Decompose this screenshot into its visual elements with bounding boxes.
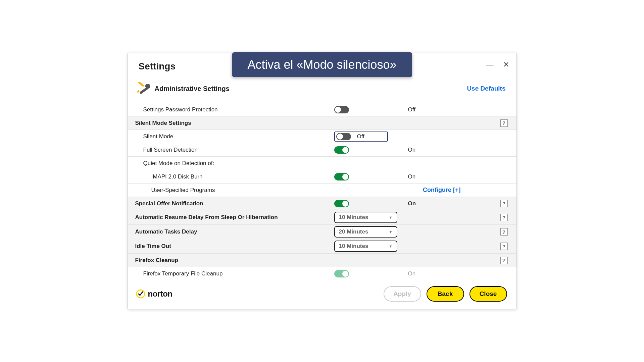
help-icon[interactable]: ? [500, 257, 508, 264]
row-password-protection: Settings Password Protection Off [128, 103, 516, 116]
help-icon[interactable]: ? [500, 243, 508, 250]
row-special-offer: Special Offer Notification On ? [128, 197, 516, 210]
row-idle-timeout: Idle Time Out 10 Minutes ▼ ? [128, 239, 516, 253]
select-idle-timeout-value: 10 Minutes [339, 243, 368, 250]
toggle-imapi[interactable] [334, 173, 349, 180]
brand-text: norton [148, 289, 172, 299]
chevron-down-icon: ▼ [389, 215, 393, 219]
select-auto-tasks[interactable]: 20 Minutes ▼ [334, 226, 397, 238]
label-silent-mode: Silent Mode [128, 133, 334, 140]
select-auto-resume-value: 10 Minutes [339, 214, 368, 221]
section-title: Administrative Settings [155, 85, 230, 93]
toggle-password-protection[interactable] [334, 106, 349, 113]
help-icon[interactable]: ? [500, 228, 508, 236]
label-quiet-mode: Quiet Mode on Detection of: [128, 160, 334, 167]
group-silent-mode: Silent Mode Settings ? [128, 116, 516, 130]
silent-mode-highlight: Off [334, 132, 388, 142]
close-button[interactable]: Close [469, 286, 507, 302]
chevron-down-icon: ▼ [389, 230, 393, 234]
svg-rect-1 [138, 82, 144, 87]
help-icon[interactable]: ? [500, 119, 508, 127]
row-auto-resume: Automatic Resume Delay From Sleep Or Hib… [128, 210, 516, 224]
row-full-screen-detection: Full Screen Detection On [128, 143, 516, 156]
footer: norton Apply Back Close [128, 280, 516, 306]
state-imapi: On [408, 173, 435, 180]
label-special-offer: Special Offer Notification [128, 200, 334, 207]
select-auto-resume[interactable]: 10 Minutes ▼ [334, 212, 397, 223]
label-imapi: IMAPI 2.0 Disk Burn [128, 173, 334, 180]
label-firefox-cleanup: Firefox Cleanup [128, 257, 334, 264]
page-title: Settings [139, 61, 176, 72]
minimize-icon[interactable]: — [486, 61, 494, 68]
label-auto-resume: Automatic Resume Delay From Sleep Or Hib… [128, 214, 334, 221]
brand: norton [136, 289, 172, 299]
label-user-programs: User-Specified Programs [128, 187, 334, 194]
state-firefox-temp: On [408, 270, 435, 277]
toggle-special-offer[interactable] [334, 200, 349, 207]
state-password-protection: Off [408, 106, 435, 113]
label-full-screen: Full Screen Detection [128, 147, 334, 153]
row-user-programs: User-Specified Programs Configure [+] [128, 183, 516, 197]
group-firefox-cleanup: Firefox Cleanup ? [128, 253, 516, 267]
back-button[interactable]: Back [427, 286, 464, 302]
select-auto-tasks-value: 20 Minutes [339, 228, 368, 235]
chevron-down-icon: ▼ [389, 244, 393, 248]
help-icon[interactable]: ? [500, 200, 508, 207]
row-firefox-temp: Firefox Temporary File Cleanup On [128, 267, 516, 280]
label-silent-mode-group: Silent Mode Settings [128, 120, 334, 126]
row-imapi: IMAPI 2.0 Disk Burn On [128, 170, 516, 183]
state-full-screen: On [408, 147, 435, 153]
settings-list: Settings Password Protection Off Silent … [128, 103, 516, 280]
state-special-offer: On [408, 200, 435, 207]
configure-link[interactable]: Configure [+] [423, 187, 498, 194]
toggle-full-screen[interactable] [334, 146, 349, 154]
select-idle-timeout[interactable]: 10 Minutes ▼ [334, 241, 397, 252]
settings-wrench-icon [135, 81, 153, 96]
svg-marker-2 [137, 90, 140, 93]
apply-button: Apply [384, 286, 421, 302]
toggle-silent-mode[interactable] [336, 133, 351, 140]
use-defaults-link[interactable]: Use Defaults [467, 85, 505, 92]
settings-window: Activa el «Modo silencioso» Settings — ✕… [128, 53, 517, 309]
label-firefox-temp: Firefox Temporary File Cleanup [128, 270, 334, 277]
state-silent-mode: Off [357, 133, 384, 140]
norton-check-icon [136, 289, 145, 299]
label-idle-timeout: Idle Time Out [128, 243, 334, 250]
instruction-callout: Activa el «Modo silencioso» [232, 52, 412, 77]
section-header: Administrative Settings Use Defaults [128, 76, 516, 103]
label-auto-tasks: Automatic Tasks Delay [128, 228, 334, 235]
close-icon[interactable]: ✕ [503, 61, 509, 68]
row-auto-tasks: Automatic Tasks Delay 20 Minutes ▼ ? [128, 224, 516, 239]
row-quiet-mode-heading: Quiet Mode on Detection of: [128, 156, 516, 170]
row-silent-mode: Silent Mode Off [128, 130, 516, 143]
label-password-protection: Settings Password Protection [128, 106, 334, 113]
help-icon[interactable]: ? [500, 214, 508, 221]
toggle-firefox-temp[interactable] [334, 270, 349, 277]
